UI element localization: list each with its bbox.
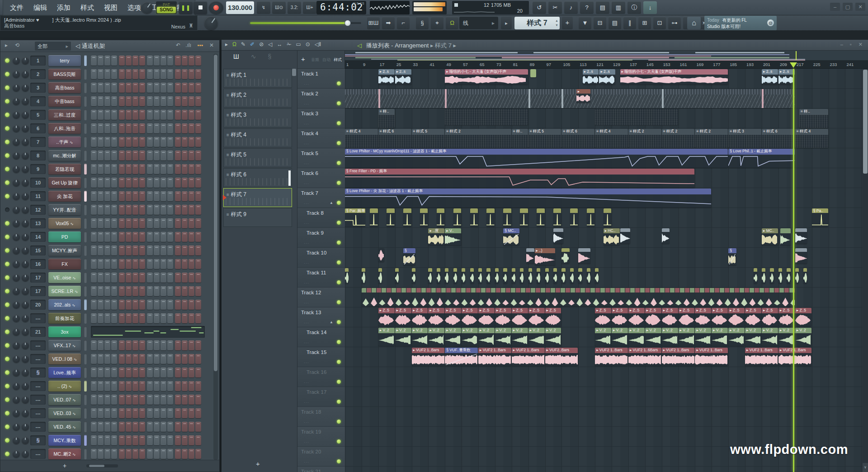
step-cell[interactable] <box>182 218 188 228</box>
step-cell[interactable] <box>167 368 173 378</box>
track-header[interactable]: Track 16··· <box>297 367 345 387</box>
step-cell[interactable] <box>175 422 181 432</box>
step-cell[interactable] <box>91 408 97 418</box>
step-cell[interactable] <box>139 69 145 79</box>
playlist-speaker-icon[interactable]: ◁ <box>357 42 362 49</box>
playlist-clip[interactable]: ▸ V..2 <box>612 328 628 346</box>
step-cell[interactable] <box>167 300 173 310</box>
step-cell[interactable] <box>111 164 117 174</box>
step-cell[interactable] <box>189 395 194 405</box>
channel-pan-knob[interactable] <box>13 71 20 78</box>
step-cell[interactable] <box>182 422 188 432</box>
channel-number[interactable]: --- <box>30 395 46 405</box>
playlist-clip[interactable]: ▸ Z..5 <box>778 308 795 326</box>
playlist-clip[interactable]: ▸ Z..5 <box>728 308 745 326</box>
step-cell[interactable] <box>160 96 166 106</box>
step-cell[interactable] <box>126 354 132 364</box>
playlist-clip[interactable] <box>770 268 774 283</box>
step-cell[interactable] <box>182 123 188 133</box>
playlist-clip[interactable]: ▸ 2..s <box>599 69 615 85</box>
channel-volume-knob[interactable] <box>22 152 29 159</box>
pl-magnet-icon[interactable]: Ω <box>232 41 236 47</box>
channel-button[interactable]: VE..oise ∿ <box>48 272 81 283</box>
track-lane[interactable] <box>345 367 868 387</box>
step-cell[interactable] <box>111 313 117 323</box>
track-header[interactable]: Track 18··· <box>297 407 345 427</box>
track-lane[interactable]: ▸ Z..5▸ Z..5▸ Z..5▸ Z..5▸ Z..5▸ Z..5▸ Z.… <box>345 307 868 327</box>
channel-volume-knob[interactable] <box>22 138 29 146</box>
step-cell[interactable] <box>167 123 173 133</box>
step-cell[interactable] <box>91 232 97 242</box>
step-cell[interactable] <box>91 273 97 283</box>
rack-scrollbar[interactable] <box>213 54 218 460</box>
channel-pan-knob[interactable] <box>13 220 20 227</box>
channel-button[interactable]: 3ox <box>48 326 81 337</box>
track-led[interactable] <box>337 181 341 185</box>
playlist-clip[interactable]: ≡ 样式 2 <box>662 129 695 148</box>
step-cell[interactable] <box>160 422 166 432</box>
channel-number[interactable]: 3 <box>30 83 46 93</box>
channel-volume-knob[interactable] <box>22 111 29 118</box>
track-led[interactable] <box>337 360 341 364</box>
playlist-clip[interactable] <box>345 268 349 283</box>
step-cell[interactable] <box>175 151 181 160</box>
rack-loop-icon[interactable]: ⟲ <box>15 42 19 48</box>
step-cell[interactable] <box>132 354 138 364</box>
step-cell[interactable] <box>154 368 160 378</box>
channel-pan-knob[interactable] <box>13 315 20 322</box>
step-cell[interactable] <box>111 123 117 133</box>
channel-number[interactable]: 9 <box>30 164 46 174</box>
playlist-clip[interactable]: ▸ V..2 <box>745 328 761 346</box>
pattern-item[interactable]: ≡样式 6 <box>223 168 292 187</box>
step-cell[interactable] <box>147 83 153 93</box>
step-cell[interactable] <box>91 435 97 445</box>
channel-volume-knob[interactable] <box>22 410 29 417</box>
playlist-clip[interactable]: ▸ Z..5 <box>478 308 495 326</box>
playlist-window-controls[interactable]: – ▫ ✕ <box>840 42 865 47</box>
step-cell[interactable] <box>126 83 132 93</box>
step-cell[interactable] <box>139 381 145 391</box>
step-cell[interactable] <box>119 96 125 106</box>
channel-volume-knob[interactable] <box>22 396 29 403</box>
step-cell[interactable] <box>119 259 125 269</box>
playlist-clip[interactable] <box>495 268 499 283</box>
channel-button[interactable]: 八和..泡音 <box>48 123 81 134</box>
step-cell[interactable] <box>132 368 138 378</box>
playlist-clip[interactable]: ▸ V..2 <box>462 328 478 346</box>
track-lane[interactable]: § Love Philter - 尖 加花 - 滤波器 1 - 截止频率 <box>345 188 868 208</box>
step-cell[interactable] <box>139 56 145 66</box>
step-cell[interactable] <box>154 340 160 350</box>
channel-pan-knob[interactable] <box>13 260 20 268</box>
track-header[interactable]: Track 2··· <box>297 89 345 109</box>
step-cell[interactable] <box>132 218 138 228</box>
step-cell[interactable] <box>160 191 166 201</box>
shuffle-knob[interactable] <box>141 2 153 14</box>
channel-button[interactable]: YY开..配音 <box>48 204 81 215</box>
channel-led[interactable] <box>5 289 9 293</box>
step-cell[interactable] <box>119 56 125 66</box>
step-cell[interactable] <box>167 259 173 269</box>
playlist-clip[interactable]: § Free Filter - PD - 频率 <box>345 169 694 188</box>
pattern-item[interactable]: ≡样式 4 <box>223 128 292 147</box>
step-cell[interactable] <box>126 368 132 378</box>
playlist-clip[interactable] <box>620 228 630 244</box>
channel-led[interactable] <box>5 343 9 348</box>
playlist-clip[interactable] <box>553 208 561 227</box>
step-cell[interactable] <box>147 218 153 228</box>
pl-pencil-icon[interactable]: ✎ <box>241 41 245 47</box>
step-cell[interactable] <box>154 245 160 255</box>
playlist-clip[interactable] <box>803 268 807 283</box>
step-cell[interactable] <box>91 245 97 255</box>
step-cell[interactable] <box>111 368 117 378</box>
pl-preview-icon[interactable]: ◁‖ <box>315 41 321 47</box>
cut-icon[interactable]: ✂ <box>548 1 562 14</box>
channel-button[interactable]: mc..潮分解 <box>48 150 81 161</box>
playlist-clip[interactable]: ≡ 样式 4 <box>345 129 378 148</box>
step-cell[interactable] <box>195 354 201 364</box>
channel-button[interactable]: 尖 加花 <box>48 191 81 202</box>
playlist-clip[interactable]: ▸ V..2 <box>378 328 395 346</box>
step-cell[interactable] <box>132 395 138 405</box>
track-lane[interactable] <box>345 268 868 288</box>
link-icon[interactable]: § <box>416 17 429 29</box>
playlist-clip[interactable]: ▸ 睡惜的小七 - 大天蓬 (女声版)干声 <box>445 69 528 85</box>
